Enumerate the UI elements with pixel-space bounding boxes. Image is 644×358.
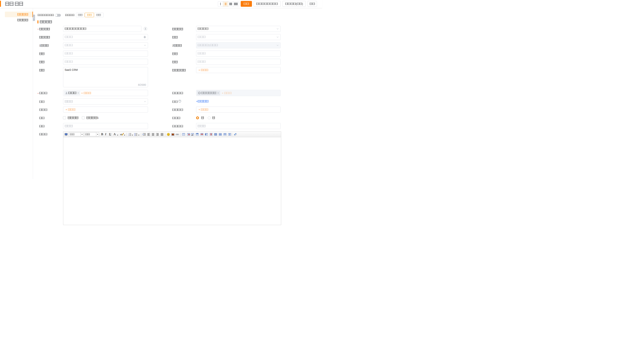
svg-text:3: 3 bbox=[128, 135, 129, 136]
svg-text:?: ? bbox=[179, 100, 180, 102]
